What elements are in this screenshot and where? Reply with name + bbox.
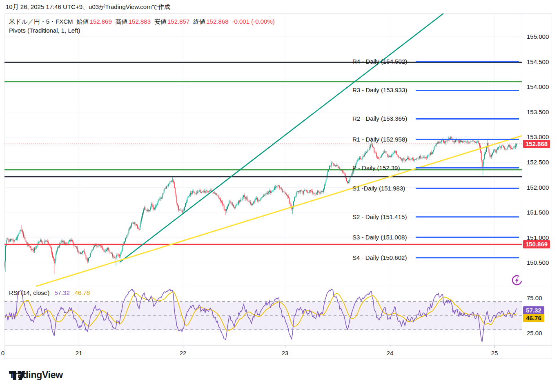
time-axis-tick: [494, 345, 495, 348]
tradingview-logo[interactable]: TradingView: [9, 370, 63, 381]
flash-icon: [511, 274, 523, 286]
price-badge: 152.868: [523, 140, 550, 148]
pivot-label: S2 - Daily (151.415): [352, 213, 407, 220]
price-axis-label: 152.500: [527, 159, 549, 166]
time-axis-label: 24: [387, 350, 394, 357]
symbol-title[interactable]: 米ドル／円・5・FXCM: [9, 18, 73, 26]
time-axis-tick: [285, 345, 285, 348]
high-value: 152.883: [129, 18, 151, 25]
pivot-label: S4 - Daily (150.602): [352, 254, 407, 261]
rsi-ma-current-value: 46.76: [75, 289, 90, 296]
pivot-label: R4 - Daily (154.502): [352, 58, 407, 65]
time-axis[interactable]: 02122232425: [4, 345, 552, 359]
pivot-label: S1 -Daily (151.983): [352, 185, 405, 192]
time-axis-tick: [390, 345, 390, 348]
pivot-label: S3 - Daily (151.008): [352, 234, 407, 241]
open-label: 始値: [77, 18, 89, 26]
rsi-badge: 57.32: [523, 306, 544, 314]
snapshot-caption: 10月 26, 2025 17:46 UTC+9、u03がTradingView…: [6, 3, 170, 11]
low-label: 安値: [154, 18, 167, 26]
pivot-label: R3 - Daily (153.933): [352, 86, 407, 93]
price-axis-label: 152.000: [527, 184, 549, 191]
time-axis-tick: [183, 345, 183, 348]
time-axis-label: 0: [1, 350, 4, 357]
time-axis-tick: [79, 345, 79, 348]
pivot-label: R1 - Daily (152.958): [352, 136, 407, 143]
trendline-yellow: [36, 135, 522, 286]
time-axis-label: 21: [76, 350, 82, 357]
indicator-legend-row[interactable]: Pivots (Traditional, 1, Left): [9, 27, 275, 36]
rsi-legend-row[interactable]: RSI (14, close) 57.32 46.76: [9, 289, 90, 296]
pane-separator[interactable]: [4, 287, 552, 287]
price-axis-label: 153.500: [527, 109, 549, 116]
rsi-band-fill: [4, 302, 522, 330]
price-badge: 150.869: [523, 240, 550, 248]
rsi-current-value: 57.32: [54, 289, 70, 296]
price-axis-label: 151.500: [527, 209, 549, 216]
pivots-indicator-title[interactable]: Pivots (Traditional, 1, Left): [9, 27, 80, 34]
rsi-badge: 46.76: [523, 314, 544, 322]
flash-action-button[interactable]: [511, 274, 523, 286]
price-axis-label: 154.500: [527, 58, 549, 66]
symbol-legend-row[interactable]: 米ドル／円・5・FXCM 始値152.869 高値152.883 安値152.8…: [9, 18, 275, 27]
rsi-axis-label: 25.00: [527, 330, 542, 337]
close-value: 152.868: [206, 18, 228, 25]
rsi-axis-label: 75.00: [527, 295, 542, 302]
open-value: 152.869: [90, 18, 112, 25]
time-axis-label: 23: [282, 350, 289, 357]
time-axis-label: 25: [491, 350, 498, 357]
low-value: 152.857: [167, 18, 189, 25]
price-axis-label: 154.000: [527, 83, 549, 91]
time-axis-label: 22: [180, 350, 187, 357]
price-axis-label: 155.000: [527, 33, 549, 40]
tradingview-snapshot: 10月 26, 2025 17:46 UTC+9、u03がTradingView…: [0, 0, 559, 392]
close-label: 終値: [193, 18, 205, 26]
rsi-indicator-title[interactable]: RSI (14, close): [9, 289, 49, 296]
tradingview-logo-icon: [9, 370, 25, 380]
symbol-legend[interactable]: 米ドル／円・5・FXCM 始値152.869 高値152.883 安値152.8…: [9, 18, 275, 36]
price-axis-label: 150.500: [527, 259, 549, 266]
pivot-label: R2 - Daily (153.365): [352, 115, 407, 122]
pivot-label: P - Daily (152.39): [352, 164, 400, 171]
change-value: -0.001 (-0.00%): [232, 18, 274, 25]
price-chart-pane[interactable]: R4 - Daily (154.502)R3 - Daily (153.933)…: [4, 13, 522, 287]
candles-up-bodies: [4, 137, 517, 267]
candles-up-wicks: [4, 136, 517, 272]
high-label: 高値: [116, 18, 128, 26]
